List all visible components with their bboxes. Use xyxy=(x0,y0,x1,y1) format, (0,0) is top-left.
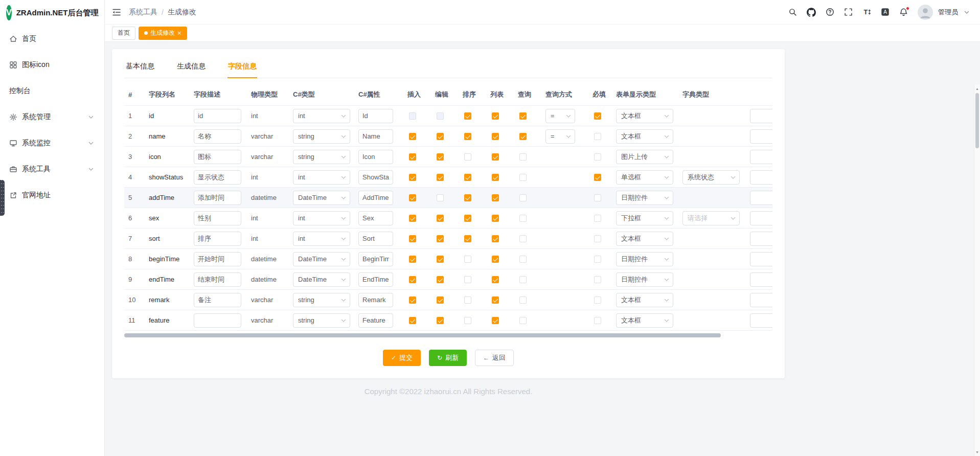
csharp-type-select[interactable]: DateTime xyxy=(293,191,350,205)
sort-checkbox[interactable] xyxy=(464,256,471,263)
query-checkbox[interactable] xyxy=(519,112,527,120)
sort-checkbox[interactable] xyxy=(464,317,471,324)
csharp-type-select[interactable]: string xyxy=(293,293,350,307)
insert-checkbox[interactable] xyxy=(409,215,416,222)
edit-checkbox[interactable] xyxy=(437,194,444,201)
tag-首页[interactable]: 首页 xyxy=(112,27,135,40)
extra-input[interactable] xyxy=(750,150,772,164)
scroll-down-arrow[interactable]: ▼ xyxy=(974,449,980,455)
vertical-scrollbar[interactable]: ▲ ▼ xyxy=(974,84,980,456)
sidebar-item-icons[interactable]: 图标icon xyxy=(0,52,104,78)
required-checkbox[interactable] xyxy=(594,174,601,181)
required-checkbox[interactable] xyxy=(594,133,601,140)
extra-input[interactable] xyxy=(750,293,772,307)
user-name[interactable]: 管理员 xyxy=(938,8,958,17)
sort-checkbox[interactable] xyxy=(464,297,471,304)
display-type-select[interactable]: 图片上传 xyxy=(616,150,673,164)
query-checkbox[interactable] xyxy=(519,297,527,304)
help-icon[interactable] xyxy=(826,8,834,16)
sort-checkbox[interactable] xyxy=(464,235,471,242)
field-desc-input[interactable] xyxy=(194,109,241,123)
edit-checkbox[interactable] xyxy=(437,215,444,222)
field-desc-input[interactable] xyxy=(194,272,241,287)
fullscreen-icon[interactable] xyxy=(844,8,853,16)
sidebar-fold-icon[interactable] xyxy=(112,8,121,16)
query-mode-select[interactable]: = xyxy=(545,109,575,123)
required-checkbox[interactable] xyxy=(594,317,601,324)
sort-checkbox[interactable] xyxy=(464,215,471,222)
bell-icon[interactable] xyxy=(899,8,908,16)
insert-checkbox[interactable] xyxy=(409,235,416,242)
back-button[interactable]: ← 返回 xyxy=(475,350,514,366)
field-desc-input[interactable] xyxy=(194,293,241,307)
query-checkbox[interactable] xyxy=(519,256,527,263)
list-checkbox[interactable] xyxy=(492,194,499,201)
display-type-select[interactable]: 文本框 xyxy=(616,293,673,307)
csharp-prop-input[interactable] xyxy=(358,272,393,287)
language-icon[interactable]: A xyxy=(881,8,890,16)
query-checkbox[interactable] xyxy=(519,215,527,222)
csharp-prop-input[interactable] xyxy=(358,109,393,123)
avatar[interactable] xyxy=(918,5,933,20)
extra-input[interactable] xyxy=(750,109,772,123)
sort-checkbox[interactable] xyxy=(464,112,471,120)
edit-checkbox[interactable] xyxy=(437,112,444,120)
csharp-prop-input[interactable] xyxy=(358,150,393,164)
list-checkbox[interactable] xyxy=(492,215,499,222)
csharp-type-select[interactable]: DateTime xyxy=(293,252,350,266)
query-checkbox[interactable] xyxy=(519,194,527,201)
extra-input[interactable] xyxy=(750,232,772,246)
display-type-select[interactable]: 日期控件 xyxy=(616,191,673,205)
edit-checkbox[interactable] xyxy=(437,317,444,324)
csharp-prop-input[interactable] xyxy=(358,129,393,144)
list-checkbox[interactable] xyxy=(492,133,499,140)
tag-生成修改[interactable]: 生成修改× xyxy=(139,27,187,40)
required-checkbox[interactable] xyxy=(594,112,601,120)
edit-checkbox[interactable] xyxy=(437,153,444,161)
extra-input[interactable] xyxy=(750,313,772,328)
required-checkbox[interactable] xyxy=(594,235,601,242)
extra-input[interactable] xyxy=(750,272,772,287)
query-checkbox[interactable] xyxy=(519,133,527,140)
required-checkbox[interactable] xyxy=(594,215,601,222)
display-type-select[interactable]: 文本框 xyxy=(616,232,673,246)
required-checkbox[interactable] xyxy=(594,194,601,201)
vertical-scrollbar-thumb[interactable] xyxy=(975,93,979,148)
sidebar-item-home[interactable]: 首页 xyxy=(0,26,104,52)
insert-checkbox[interactable] xyxy=(409,276,416,283)
csharp-type-select[interactable]: int xyxy=(293,211,350,225)
sidebar-item-console[interactable]: 控制台 xyxy=(0,78,104,104)
sidebar-item-system-monitor[interactable]: 系统监控 xyxy=(0,130,104,156)
sort-checkbox[interactable] xyxy=(464,174,471,181)
query-checkbox[interactable] xyxy=(519,317,527,324)
display-type-select[interactable]: 文本框 xyxy=(616,313,673,328)
extra-input[interactable] xyxy=(750,252,772,266)
list-checkbox[interactable] xyxy=(492,112,499,120)
field-desc-input[interactable] xyxy=(194,150,241,164)
csharp-type-select[interactable]: int xyxy=(293,109,350,123)
required-checkbox[interactable] xyxy=(594,256,601,263)
csharp-prop-input[interactable] xyxy=(358,211,393,225)
list-checkbox[interactable] xyxy=(492,297,499,304)
refresh-button[interactable]: ↻ 刷新 xyxy=(429,350,467,366)
edit-checkbox[interactable] xyxy=(437,235,444,242)
horizontal-scrollbar-thumb[interactable] xyxy=(124,333,721,337)
csharp-prop-input[interactable] xyxy=(358,252,393,266)
field-desc-input[interactable] xyxy=(194,252,241,266)
insert-checkbox[interactable] xyxy=(409,133,416,140)
field-desc-input[interactable] xyxy=(194,129,241,144)
required-checkbox[interactable] xyxy=(594,276,601,283)
display-type-select[interactable]: 文本框 xyxy=(616,109,673,123)
edit-checkbox[interactable] xyxy=(437,276,444,283)
sort-checkbox[interactable] xyxy=(464,276,471,283)
search-icon[interactable] xyxy=(788,8,797,16)
list-checkbox[interactable] xyxy=(492,174,499,181)
sidebar-item-website[interactable]: 官网地址 xyxy=(0,182,104,208)
query-checkbox[interactable] xyxy=(519,235,527,242)
insert-checkbox[interactable] xyxy=(409,297,416,304)
edit-checkbox[interactable] xyxy=(437,133,444,140)
extra-input[interactable] xyxy=(750,191,772,205)
csharp-type-select[interactable]: string xyxy=(293,313,350,328)
csharp-prop-input[interactable] xyxy=(358,293,393,307)
field-desc-input[interactable] xyxy=(194,211,241,225)
